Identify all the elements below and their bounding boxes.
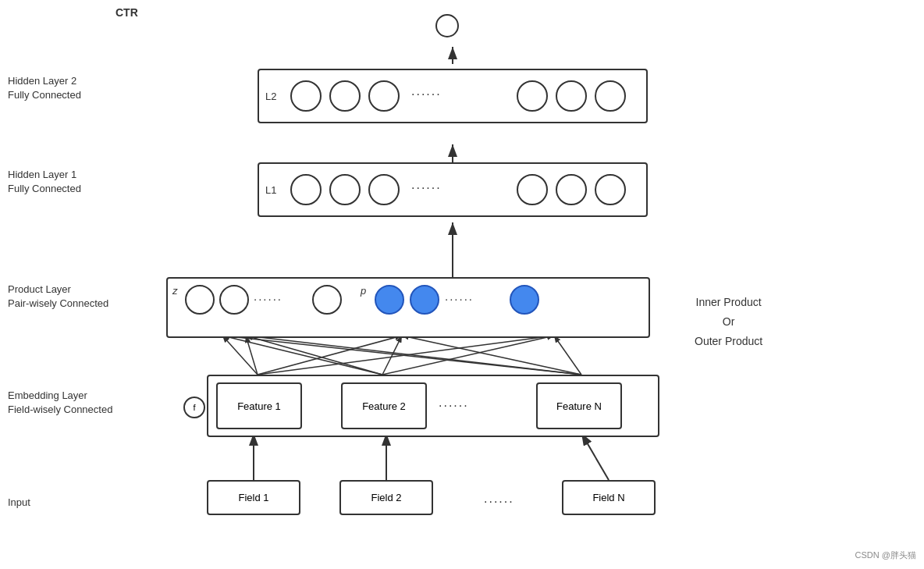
svg-line-11 [382, 336, 402, 375]
svg-line-12 [382, 336, 554, 375]
l2-node3 [368, 80, 400, 112]
svg-line-13 [222, 336, 581, 375]
l2-dots: ...... [411, 84, 442, 98]
l1-label: L1 [265, 184, 276, 196]
diagram-container: CTR Hidden Layer 2 Fully Connected L2 ..… [0, 0, 924, 569]
z-dots: ...... [254, 290, 283, 303]
p-node3 [510, 285, 539, 315]
product-label: Product Layer Pair-wisely Connected [8, 283, 108, 311]
l2-node5 [556, 80, 587, 112]
l2-node4 [517, 80, 548, 112]
field1-label: Field 1 [238, 492, 268, 503]
l1-node2 [329, 174, 361, 205]
z-node1 [185, 285, 215, 315]
fieldN-box: Field N [562, 480, 656, 515]
feature2-label: Feature 2 [362, 400, 406, 412]
p-node1 [375, 285, 404, 315]
svg-line-7 [258, 336, 402, 375]
field2-box: Field 2 [339, 480, 433, 515]
svg-line-15 [402, 336, 581, 375]
field1-box: Field 1 [207, 480, 300, 515]
svg-line-5 [222, 336, 258, 375]
watermark: CSDN @胖头猫 [855, 549, 916, 561]
l1-box: L1 ...... [258, 162, 648, 217]
hidden1-label: Hidden Layer 1 Fully Connected [8, 168, 81, 196]
f-node: f [183, 397, 205, 418]
p-node2 [410, 285, 439, 315]
l2-box: L2 ...... [258, 69, 648, 123]
featureN-label: Feature N [556, 400, 602, 412]
hidden2-label: Hidden Layer 2 Fully Connected [8, 74, 81, 102]
field2-label: Field 2 [371, 492, 401, 503]
field-dots: ...... [484, 492, 514, 506]
p-dots: ...... [445, 290, 474, 303]
svg-line-8 [258, 336, 554, 375]
featureN-box: Feature N [536, 382, 622, 429]
ctr-label: CTR [116, 6, 138, 19]
l1-node4 [517, 174, 548, 205]
feature-dots: ...... [439, 396, 469, 410]
svg-line-9 [222, 336, 382, 375]
svg-line-6 [246, 336, 258, 375]
z-node3 [312, 285, 342, 315]
feature2-box: Feature 2 [341, 382, 427, 429]
product-type-label: Inner Product Or Outer Product [695, 293, 762, 352]
embedding-box: Feature 1 Feature 2 ...... Feature N [207, 375, 659, 437]
svg-line-14 [246, 336, 581, 375]
feature1-label: Feature 1 [237, 400, 281, 412]
l2-node1 [290, 80, 322, 112]
l1-node6 [595, 174, 626, 205]
z-node2 [219, 285, 249, 315]
l1-node3 [368, 174, 400, 205]
feature1-box: Feature 1 [216, 382, 302, 429]
svg-line-16 [554, 336, 581, 375]
l2-label: L2 [265, 91, 276, 102]
l2-node2 [329, 80, 361, 112]
l1-dots: ...... [411, 178, 442, 192]
l1-node5 [556, 174, 587, 205]
p-label: p [361, 285, 366, 297]
l2-node6 [595, 80, 626, 112]
svg-line-19 [581, 433, 609, 480]
embedding-label: Embedding Layer Field-wisely Connected [8, 389, 112, 417]
l1-node1 [290, 174, 322, 205]
svg-line-10 [246, 336, 382, 375]
ctr-node [435, 14, 459, 37]
product-box: z ...... p ...... [166, 277, 650, 338]
fieldN-label: Field N [592, 492, 624, 503]
z-label: z [172, 285, 178, 297]
input-label: Input [8, 496, 30, 510]
